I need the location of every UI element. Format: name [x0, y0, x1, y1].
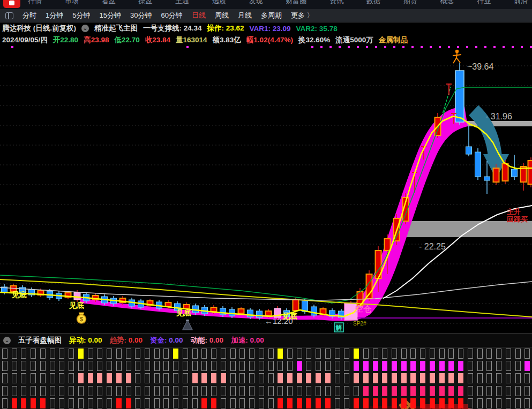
candle-body [266, 311, 272, 315]
grid-cell-accel-26 [249, 398, 254, 408]
grid-cell-abnormal-19 [183, 349, 188, 359]
menubar-item-11[interactable]: 概念 [440, 0, 454, 6]
grid-cell-trend-47 [448, 361, 454, 371]
menubar-item-13[interactable]: 前沿 [514, 0, 528, 6]
grid-cell-accel-40 [382, 398, 387, 408]
menubar-item-2[interactable]: 看盘 [102, 0, 116, 6]
grid-cell-momentum-23 [221, 386, 226, 396]
menubar-item-10[interactable]: 期货 [403, 0, 417, 6]
grid-cell-momentum-33 [316, 386, 321, 396]
grid-cell-momentum-15 [145, 386, 150, 396]
menubar-item-5[interactable]: 选股 [212, 0, 226, 6]
grid-cell-accel-25 [239, 398, 245, 408]
grid-cell-funds-37 [354, 373, 359, 383]
grid-cell-trend-38 [363, 361, 369, 371]
grid-cell-momentum-49 [468, 386, 473, 396]
period-tab-周线[interactable]: 周线 [215, 11, 229, 20]
grid-cell-abnormal-24 [230, 349, 236, 359]
indicator-chevron-icon[interactable]: ⌄ [81, 25, 89, 32]
grid-cell-funds-27 [259, 373, 264, 383]
period-tab-日线[interactable]: 日线 [192, 11, 206, 20]
grid-cell-abnormal-6 [59, 349, 64, 359]
grid-cell-abnormal-46 [439, 349, 445, 359]
grid-cell-accel-41 [392, 398, 397, 408]
grid-cell-funds-44 [420, 373, 425, 383]
grid-cell-funds-20 [192, 373, 198, 383]
candlestick-chart-canvas[interactable]: $解~39.64- 31.96- 22.25←12.20见底见底见底见底空仓SP… [0, 46, 532, 333]
dark-flag-icon [183, 320, 192, 330]
layout-pane-icon[interactable] [5, 12, 13, 19]
candle-body [484, 177, 490, 180]
menubar-item-1[interactable]: 市场 [65, 0, 79, 6]
grid-cell-funds-18 [173, 373, 178, 383]
app-logo-icon[interactable] [3, 0, 20, 8]
grid-cell-accel-50 [477, 398, 483, 408]
menubar-item-4[interactable]: 主题 [175, 0, 189, 6]
info-segment-3: 操作: 23.62 [207, 24, 244, 33]
period-tab-月线[interactable]: 月线 [238, 11, 252, 20]
annotation-1: 见底 [69, 301, 84, 309]
collapse-chevron-icon[interactable]: ⌄ [3, 337, 11, 344]
bull-ribbon-band [80, 107, 468, 321]
grid-cell-funds-43 [410, 373, 416, 383]
grid-cell-abnormal-44 [420, 349, 425, 359]
grid-cell-trend-37 [354, 361, 359, 371]
grid-cell-abnormal-40 [382, 349, 387, 359]
menubar-item-3[interactable]: 操盘 [138, 0, 152, 6]
period-tab-多周期[interactable]: 多周期 [261, 11, 282, 20]
grid-cell-momentum-37 [354, 386, 359, 396]
period-tab-15分钟[interactable]: 15分钟 [99, 11, 121, 20]
period-tab-更多 〉[interactable]: 更多 〉 [291, 11, 314, 20]
grid-cell-accel-54 [515, 398, 521, 408]
grid-cell-funds-15 [145, 373, 150, 383]
menubar-item-7[interactable]: 财富圈 [286, 0, 306, 6]
grid-cell-funds-0 [2, 373, 8, 383]
menubar-item-0[interactable]: 行情 [28, 0, 42, 6]
grid-cell-trend-2 [21, 361, 26, 371]
grid-cell-trend-25 [239, 361, 245, 371]
grid-cell-trend-35 [335, 361, 340, 371]
grid-cell-trend-22 [211, 361, 216, 371]
main-chart[interactable]: $解~39.64- 31.96- 22.25←12.20见底见底见底见底空仓SP… [0, 46, 532, 333]
grid-cell-momentum-39 [373, 386, 378, 396]
menubar-item-8[interactable]: 资讯 [329, 0, 343, 6]
period-tab-分时[interactable]: 分时 [23, 11, 36, 20]
grid-cell-funds-41 [392, 373, 397, 383]
grid-cell-accel-14 [135, 398, 140, 408]
menubar-item-9[interactable]: 数据 [366, 0, 380, 6]
grid-cell-trend-12 [116, 361, 122, 371]
grid-cell-accel-55 [524, 398, 530, 408]
grid-cell-funds-25 [239, 373, 245, 383]
grid-cell-abnormal-41 [392, 349, 397, 359]
grid-cell-momentum-44 [420, 386, 425, 396]
grid-cell-trend-42 [401, 361, 407, 371]
grid-cell-abnormal-7 [69, 349, 74, 359]
sub-field-2: 资金: 0.00 [150, 336, 183, 345]
grid-cell-funds-29 [278, 373, 283, 383]
signal-grid-panel[interactable] [0, 347, 532, 409]
grid-cell-funds-22 [211, 373, 216, 383]
grid-cell-accel-37 [354, 398, 359, 408]
period-tab-60分钟[interactable]: 60分钟 [161, 11, 182, 20]
grid-cell-accel-18 [173, 398, 178, 408]
grid-cell-accel-19 [183, 398, 188, 408]
period-tab-5分钟[interactable]: 5分钟 [72, 11, 90, 20]
ohlc-segment-7: 幅1.02(4.47%) [246, 35, 293, 45]
period-tab-30分钟[interactable]: 30分钟 [130, 11, 152, 20]
grid-cell-accel-4 [40, 398, 46, 408]
menubar-item-12[interactable]: 行业 [477, 0, 491, 6]
grid-cell-momentum-8 [78, 386, 84, 396]
grid-cell-abnormal-28 [268, 349, 274, 359]
ohlc-segment-6: 额3.83亿 [213, 35, 241, 45]
grid-cell-funds-21 [201, 373, 207, 383]
grid-cell-trend-48 [458, 361, 463, 371]
period-tab-1分钟[interactable]: 1分钟 [46, 11, 63, 20]
menubar-item-6[interactable]: 发现 [249, 0, 263, 6]
grid-cell-accel-47 [448, 398, 454, 408]
grid-cell-accel-29 [278, 398, 283, 408]
grid-cell-trend-45 [430, 361, 435, 371]
trading-app-window: { "menubar": {"items": ["行情","市场","看盘","… [0, 0, 532, 409]
candle-body [238, 309, 244, 313]
grid-cell-trend-11 [107, 361, 112, 371]
grid-cell-funds-54 [515, 373, 521, 383]
